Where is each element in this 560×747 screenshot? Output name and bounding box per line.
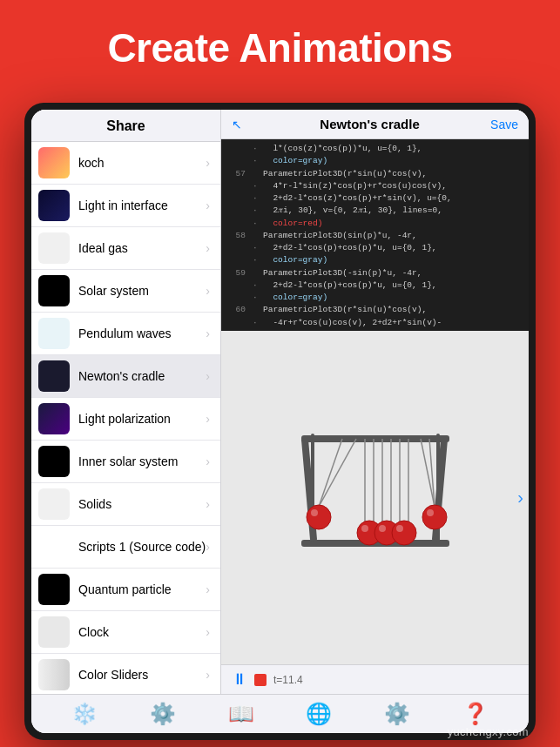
code-editor[interactable]: · l*(cos(z)*cos(p))*u, u={0, 1},· color=… bbox=[221, 139, 529, 331]
sidebar-header: Share bbox=[31, 110, 220, 142]
sidebar-item-chevron-color-sliders: › bbox=[206, 668, 210, 682]
sidebar-item-label-ideal-gas: Ideal gas bbox=[78, 241, 206, 255]
svg-point-25 bbox=[427, 509, 434, 516]
watermark: yuchengxy.com bbox=[448, 725, 529, 738]
sidebar-item-chevron-solar-system: › bbox=[206, 284, 210, 298]
sidebar-item-label-inner-solar: Inner solar system bbox=[78, 454, 206, 468]
code-line: · 2+d2-l*cos(p)+cos(p)*u, u={0, 1}, bbox=[221, 242, 529, 254]
sidebar-item-thumb-solar-system bbox=[38, 275, 70, 306]
code-line: · color=red) bbox=[221, 218, 529, 230]
next-button[interactable]: › bbox=[517, 488, 523, 508]
sidebar-item-chevron-scripts: › bbox=[206, 540, 210, 554]
sidebar-item-label-light-interface: Light in interface bbox=[78, 199, 206, 212]
top-bar: ↖ Newton's cradle Save bbox=[221, 110, 529, 139]
sidebar-item-thumb-inner-solar bbox=[38, 446, 70, 477]
sidebar-item-label-solids: Solids bbox=[78, 497, 206, 511]
hero-title: Create Animations bbox=[0, 0, 560, 87]
sidebar-item-thumb-newtons-cradle bbox=[38, 360, 70, 392]
sidebar-item-quantum[interactable]: Quantum particle› bbox=[31, 569, 220, 611]
visualization-area: › bbox=[221, 331, 529, 664]
svg-line-7 bbox=[319, 439, 356, 507]
code-line: 58ParametricPlot3D(sin(p)*u, -4r, bbox=[221, 230, 529, 242]
code-line: · color=gray) bbox=[221, 155, 529, 167]
save-button[interactable]: Save bbox=[490, 118, 518, 131]
code-line: · -4r+r*cos(u)cos(v), 2+d2+r*sin(v)- bbox=[221, 317, 529, 329]
sidebar-item-ideal-gas[interactable]: Ideal gas› bbox=[31, 227, 220, 270]
code-line: · 2+d2-l*cos(p)+cos(p)*u, u={0, 1}, bbox=[221, 279, 529, 292]
sidebar-item-label-pendulum-waves: Pendulum waves bbox=[78, 326, 206, 340]
sidebar-item-solar-system[interactable]: Solar system› bbox=[31, 270, 220, 313]
svg-point-23 bbox=[396, 525, 403, 532]
app-content: Share koch›Light in interface›Ideal gas›… bbox=[31, 110, 529, 694]
back-button[interactable]: ↖ bbox=[232, 118, 242, 131]
sidebar-item-thumb-pendulum-waves bbox=[38, 318, 70, 349]
svg-point-17 bbox=[311, 509, 318, 516]
code-line: · l*(cos(z)*cos(p))*u, u={0, 1}, bbox=[221, 143, 529, 155]
sidebar-item-clock[interactable]: Clock› bbox=[31, 611, 220, 654]
sidebar-item-thumb-color-sliders bbox=[38, 659, 70, 690]
sidebar-item-chevron-pendulum-waves: › bbox=[206, 326, 210, 340]
code-line: · 2+d2-l*cos(z)*cos(p)+r*sin(v), u={0, bbox=[221, 192, 529, 205]
sidebar-item-chevron-light-interface: › bbox=[206, 199, 210, 212]
sidebar-item-thumb-koch bbox=[38, 147, 70, 178]
sidebar-item-light-polarization[interactable]: Light polarization› bbox=[31, 398, 220, 441]
sidebar-item-thumb-solids bbox=[38, 488, 70, 520]
sidebar-item-color-sliders[interactable]: Color Sliders› bbox=[31, 654, 220, 694]
code-line: · color=gray) bbox=[221, 292, 529, 304]
gear-icon[interactable]: ⚙️ bbox=[384, 702, 410, 726]
animate-icon[interactable]: ❄️ bbox=[71, 702, 98, 726]
svg-rect-2 bbox=[301, 435, 449, 442]
sidebar-item-pendulum-waves[interactable]: Pendulum waves› bbox=[31, 313, 220, 355]
sidebar-item-scripts[interactable]: Scripts 1 (Source code)› bbox=[31, 526, 220, 569]
svg-point-24 bbox=[422, 505, 447, 529]
svg-point-22 bbox=[392, 521, 416, 545]
settings-icon[interactable]: ⚙️ bbox=[150, 702, 176, 726]
sidebar-list[interactable]: koch›Light in interface›Ideal gas›Solar … bbox=[31, 142, 220, 694]
sidebar-item-inner-solar[interactable]: Inner solar system› bbox=[31, 441, 220, 483]
sidebar-item-chevron-solids: › bbox=[206, 497, 210, 511]
globe-icon[interactable]: 🌐 bbox=[306, 702, 332, 726]
sidebar-item-label-koch: koch bbox=[78, 156, 206, 170]
sidebar-item-label-light-polarization: Light polarization bbox=[78, 412, 206, 426]
sidebar-item-chevron-quantum: › bbox=[206, 582, 210, 596]
sidebar-item-thumb-scripts bbox=[38, 531, 70, 562]
svg-point-16 bbox=[307, 505, 331, 529]
svg-point-19 bbox=[361, 525, 368, 532]
stop-button[interactable] bbox=[254, 674, 267, 686]
code-line: 57ParametricPlot3D(r*sin(u)*cos(v), bbox=[221, 168, 529, 180]
sidebar-item-chevron-inner-solar: › bbox=[206, 454, 210, 468]
sidebar-item-label-scripts: Scripts 1 (Source code) bbox=[78, 540, 206, 554]
sidebar-item-thumb-ideal-gas bbox=[38, 232, 70, 264]
ipad-screen: Share koch›Light in interface›Ideal gas›… bbox=[31, 110, 529, 733]
newtons-cradle-visualization bbox=[288, 420, 462, 576]
sidebar-item-solids[interactable]: Solids› bbox=[31, 483, 220, 526]
book-icon[interactable]: 📖 bbox=[228, 702, 254, 726]
sidebar-item-thumb-light-interface bbox=[38, 190, 70, 221]
code-line: 59ParametricPlot3D(-sin(p)*u, -4r, bbox=[221, 267, 529, 279]
pause-button[interactable]: ⏸ bbox=[232, 670, 247, 689]
sidebar-item-label-newtons-cradle: Newton's cradle bbox=[78, 369, 206, 383]
svg-point-21 bbox=[379, 525, 386, 532]
sidebar-item-thumb-quantum bbox=[38, 574, 70, 605]
code-line: · 2𝜋i, 30}, v={0, 2𝜋i, 30}, lines=0, bbox=[221, 205, 529, 217]
sidebar-item-label-quantum: Quantum particle bbox=[78, 582, 206, 596]
document-title: Newton's cradle bbox=[249, 117, 490, 131]
sidebar-item-koch[interactable]: koch› bbox=[31, 142, 220, 185]
sidebar-item-newtons-cradle[interactable]: Newton's cradle› bbox=[31, 355, 220, 398]
help-icon[interactable]: ❓ bbox=[462, 702, 489, 726]
code-line: · 4*r-l*sin(z)*cos(p)+r*cos(u)cos(v), bbox=[221, 180, 529, 192]
playback-toolbar: ⏸ t=11.4 bbox=[221, 664, 529, 694]
right-panel: ↖ Newton's cradle Save · l*(cos(z)*cos(p… bbox=[221, 110, 529, 694]
sidebar: Share koch›Light in interface›Ideal gas›… bbox=[31, 110, 221, 694]
sidebar-item-label-clock: Clock bbox=[78, 625, 206, 639]
sidebar-item-thumb-clock bbox=[38, 616, 70, 648]
sidebar-item-chevron-koch: › bbox=[206, 156, 210, 170]
svg-line-6 bbox=[319, 439, 342, 507]
sidebar-item-chevron-clock: › bbox=[206, 625, 210, 639]
sidebar-item-light-interface[interactable]: Light in interface› bbox=[31, 185, 220, 227]
sidebar-item-chevron-light-polarization: › bbox=[206, 412, 210, 426]
time-display: t=11.4 bbox=[273, 674, 303, 686]
code-line: 60ParametricPlot3D(r*sin(u)*cos(v), bbox=[221, 304, 529, 316]
sidebar-item-label-color-sliders: Color Sliders bbox=[78, 668, 206, 682]
playback-controls: ⏸ t=11.4 bbox=[232, 670, 303, 689]
